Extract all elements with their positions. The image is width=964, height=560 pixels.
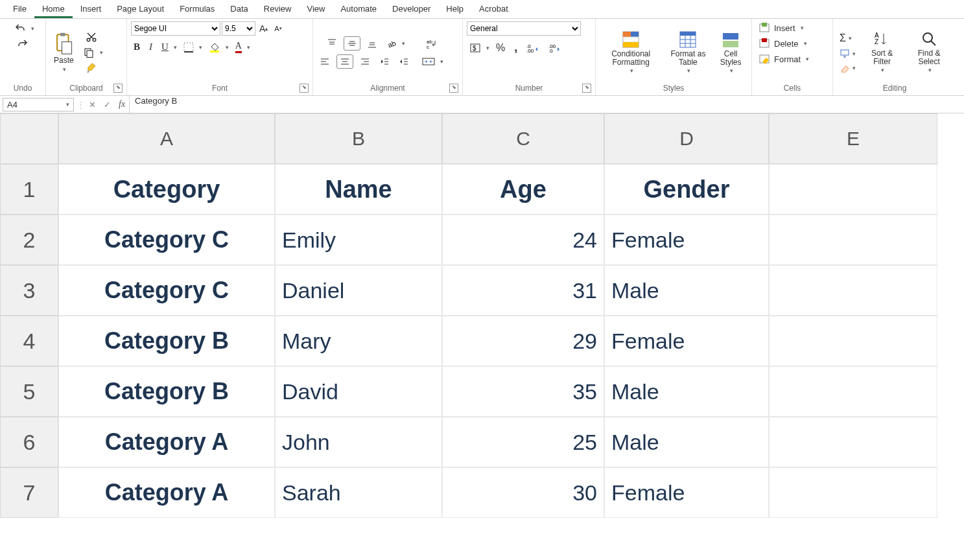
percent-button[interactable]: % xyxy=(493,41,508,55)
cell-a6[interactable]: Category A xyxy=(58,417,275,467)
col-header-b[interactable]: B xyxy=(275,113,442,164)
increase-indent-button[interactable] xyxy=(396,55,412,68)
insert-function-button[interactable]: fx xyxy=(115,99,129,110)
merge-dropdown[interactable]: ▾ xyxy=(440,58,443,65)
cell-b3[interactable]: Daniel xyxy=(275,265,442,316)
menu-home[interactable]: Home xyxy=(34,1,73,18)
cell-c2[interactable]: 24 xyxy=(442,215,604,265)
increase-decimal-button[interactable]: .0.00 xyxy=(524,41,542,54)
orientation-dropdown[interactable]: ▾ xyxy=(402,40,405,47)
menu-automate[interactable]: Automate xyxy=(333,1,384,18)
menu-page-layout[interactable]: Page Layout xyxy=(109,1,172,18)
cell-a4[interactable]: Category B xyxy=(58,316,275,366)
fill-color-button[interactable] xyxy=(206,40,223,54)
align-middle-button[interactable] xyxy=(344,36,360,51)
format-cells-button[interactable]: Format▾ xyxy=(756,52,812,65)
cell-d7[interactable]: Female xyxy=(604,467,769,518)
undo-dropdown[interactable]: ▾ xyxy=(31,25,34,32)
cell-b5[interactable]: David xyxy=(275,366,442,417)
decrease-indent-button[interactable] xyxy=(377,55,392,68)
menu-file[interactable]: File xyxy=(5,1,34,18)
borders-button[interactable] xyxy=(181,41,196,54)
fill-button[interactable]: ▾ xyxy=(837,48,858,60)
cell-a1[interactable]: Category xyxy=(58,164,275,215)
font-color-button[interactable]: A xyxy=(233,40,244,54)
menu-view[interactable]: View xyxy=(299,1,333,18)
cell-a2[interactable]: Category C xyxy=(58,215,275,265)
cell-c4[interactable]: 29 xyxy=(442,316,604,366)
row-header-3[interactable]: 3 xyxy=(0,265,58,316)
orientation-button[interactable]: ab xyxy=(384,37,399,50)
copy-button[interactable] xyxy=(80,45,97,60)
cell-e1[interactable] xyxy=(769,164,937,215)
name-box[interactable]: A4 ▾ xyxy=(3,98,74,111)
merge-button[interactable] xyxy=(419,55,438,68)
cell-e4[interactable] xyxy=(769,316,937,366)
spreadsheet-grid[interactable]: A B C D E 1 Category Name Age Gender 2 C… xyxy=(0,113,964,518)
col-header-c[interactable]: C xyxy=(442,113,604,164)
menu-acrobat[interactable]: Acrobat xyxy=(471,1,516,18)
cell-b4[interactable]: Mary xyxy=(275,316,442,366)
clipboard-dialog-launcher[interactable]: ⬊ xyxy=(113,84,123,93)
select-all-corner[interactable] xyxy=(0,113,58,164)
wrap-text-button[interactable]: abc xyxy=(423,37,441,51)
align-left-button[interactable] xyxy=(317,55,333,68)
copy-dropdown[interactable]: ▾ xyxy=(100,49,103,56)
number-format-select[interactable]: General xyxy=(467,21,581,36)
cell-d3[interactable]: Male xyxy=(604,265,769,316)
align-bottom-button[interactable] xyxy=(364,37,380,50)
underline-dropdown[interactable]: ▾ xyxy=(174,44,177,51)
row-header-7[interactable]: 7 xyxy=(0,467,58,518)
row-header-2[interactable]: 2 xyxy=(0,215,58,265)
cell-c6[interactable]: 25 xyxy=(442,417,604,467)
cell-e6[interactable] xyxy=(769,417,937,467)
col-header-e[interactable]: E xyxy=(769,113,937,164)
paste-button[interactable]: Paste ▾ xyxy=(50,30,78,74)
cell-c5[interactable]: 35 xyxy=(442,366,604,417)
menu-data[interactable]: Data xyxy=(222,1,255,18)
sort-filter-button[interactable]: AZ Sort & Filter▾ xyxy=(861,30,903,75)
cell-d4[interactable]: Female xyxy=(604,316,769,366)
find-select-button[interactable]: Find & Select▾ xyxy=(906,30,952,75)
cell-c1[interactable]: Age xyxy=(442,164,604,215)
menu-formulas[interactable]: Formulas xyxy=(172,1,222,18)
decrease-decimal-button[interactable]: .00.0 xyxy=(546,41,564,54)
align-center-button[interactable] xyxy=(336,54,353,69)
cell-styles-button[interactable]: Cell Styles▾ xyxy=(714,29,747,76)
cell-a5[interactable]: Category B xyxy=(58,366,275,417)
row-header-1[interactable]: 1 xyxy=(0,164,58,215)
cell-c3[interactable]: 31 xyxy=(442,265,604,316)
insert-cells-button[interactable]: Insert▾ xyxy=(756,21,806,34)
row-header-4[interactable]: 4 xyxy=(0,316,58,366)
cell-b1[interactable]: Name xyxy=(275,164,442,215)
italic-button[interactable]: I xyxy=(147,40,155,54)
cut-button[interactable] xyxy=(83,30,100,44)
delete-cells-button[interactable]: Delete▾ xyxy=(756,37,810,50)
cell-d2[interactable]: Female xyxy=(604,215,769,265)
cell-e3[interactable] xyxy=(769,265,937,316)
cancel-formula-button[interactable]: ✕ xyxy=(85,100,100,110)
cell-d5[interactable]: Male xyxy=(604,366,769,417)
borders-dropdown[interactable]: ▾ xyxy=(199,44,202,51)
cell-d6[interactable]: Male xyxy=(604,417,769,467)
underline-button[interactable]: U xyxy=(159,40,171,54)
font-name-select[interactable]: Segoe UI xyxy=(131,21,220,36)
bold-button[interactable]: B xyxy=(131,40,143,54)
formula-input[interactable]: Category B xyxy=(129,95,964,114)
fill-color-dropdown[interactable]: ▾ xyxy=(226,44,229,51)
format-painter-button[interactable] xyxy=(82,61,100,75)
cell-c7[interactable]: 30 xyxy=(442,467,604,518)
cell-e5[interactable] xyxy=(769,366,937,417)
font-dialog-launcher[interactable]: ⬊ xyxy=(300,84,309,93)
row-header-6[interactable]: 6 xyxy=(0,417,58,467)
alignment-dialog-launcher[interactable]: ⬊ xyxy=(449,84,458,93)
decrease-font-button[interactable]: A▾ xyxy=(272,23,284,34)
clear-button[interactable]: ▾ xyxy=(837,62,858,74)
redo-button[interactable] xyxy=(14,37,31,51)
accounting-dropdown[interactable]: ▾ xyxy=(486,45,489,51)
format-as-table-button[interactable]: Format as Table▾ xyxy=(664,29,711,76)
menu-help[interactable]: Help xyxy=(438,1,471,18)
undo-button[interactable] xyxy=(12,21,29,36)
row-header-5[interactable]: 5 xyxy=(0,366,58,417)
cell-d1[interactable]: Gender xyxy=(604,164,769,215)
